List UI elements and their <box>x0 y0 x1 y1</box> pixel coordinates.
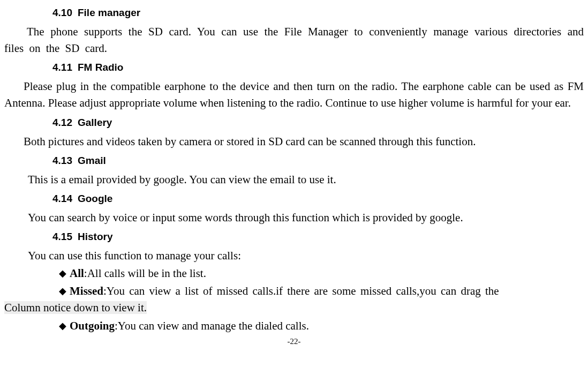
section-number: 4.10 <box>52 5 72 20</box>
history-item-label: Outgoing <box>70 319 115 332</box>
section-heading-gallery: 4.12Gallery <box>52 115 584 130</box>
section-body-google: You can search by voice or input some wo… <box>4 210 584 226</box>
diamond-icon: ◆ <box>59 284 66 298</box>
section-number: 4.11 <box>52 60 72 75</box>
section-body-history: You can use this function to manage your… <box>4 248 584 264</box>
page-number: -22- <box>4 335 584 347</box>
history-item-missed: ◆Missed:You can view a list of missed ca… <box>4 283 584 316</box>
history-item-all: ◆All:All calls will be in the list. <box>4 265 584 282</box>
section-number: 4.12 <box>52 115 72 130</box>
history-item-label: All <box>70 267 84 280</box>
section-heading-google: 4.14Google <box>52 191 584 206</box>
section-body-gallery: Both pictures and videos taken by camera… <box>4 133 584 150</box>
section-title: History <box>78 231 112 242</box>
history-item-text: :You can view and manage the dialed call… <box>115 319 309 332</box>
section-title: File manager <box>78 7 140 18</box>
section-heading-fm-radio: 4.11FM Radio <box>52 60 584 75</box>
section-body-fm-radio: Please plug in the compatible earphone t… <box>4 78 584 111</box>
section-title: FM Radio <box>78 62 124 73</box>
history-item-text: :All calls will be in the list. <box>84 267 206 280</box>
history-item-label: Missed <box>70 285 103 297</box>
section-title: Gallery <box>78 117 112 128</box>
section-number: 4.13 <box>52 153 72 168</box>
section-number: 4.14 <box>52 191 72 206</box>
section-body-file-manager: The phone supports the SD card. You can … <box>4 24 584 57</box>
section-body-gmail: This is a email provided by google. You … <box>4 171 584 188</box>
section-heading-file-manager: 4.10File manager <box>52 5 584 20</box>
section-heading-gmail: 4.13Gmail <box>52 153 584 168</box>
history-item-text-part2: Column notice down to view it. <box>4 301 147 314</box>
section-heading-history: 4.15History <box>52 229 584 244</box>
history-item-outgoing: ◆Outgoing:You can view and manage the di… <box>4 318 584 334</box>
diamond-icon: ◆ <box>59 319 66 333</box>
history-item-missed-continuation: Column notice down to view it. <box>4 300 584 316</box>
section-title: Google <box>78 193 112 204</box>
diamond-icon: ◆ <box>59 266 66 281</box>
section-number: 4.15 <box>52 229 72 244</box>
section-title: Gmail <box>78 155 106 166</box>
history-item-text-part1: :You can view a list of missed calls.if … <box>103 285 499 297</box>
